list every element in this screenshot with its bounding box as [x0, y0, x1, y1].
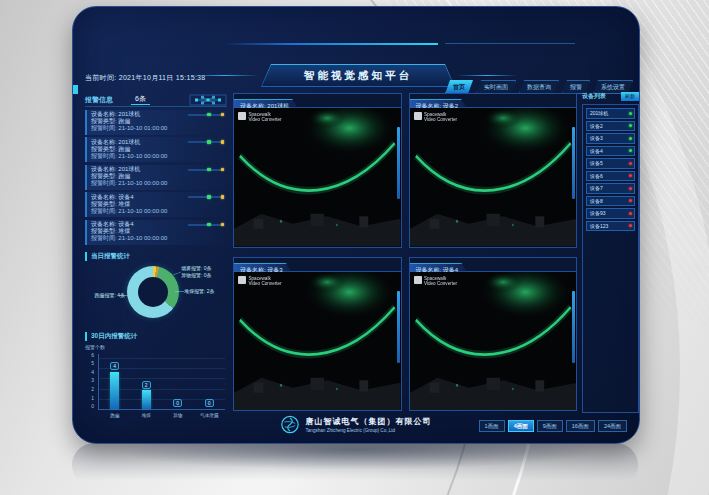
bar	[142, 390, 151, 408]
monitor-screen: 当前时间: 2021年10月11日 15:15:38 智能视觉感知平台 首页 实…	[72, 6, 640, 444]
device-name: 设备2	[590, 123, 603, 129]
device-list-item[interactable]: 设备8	[586, 196, 635, 207]
nav-button[interactable]: 首页	[445, 80, 473, 94]
alarm-level-indicator	[188, 224, 224, 226]
device-name: 设备8	[590, 198, 603, 204]
device-list-item[interactable]: 设备123	[586, 221, 635, 232]
alarm-type: 报警类型: 堆煤	[91, 201, 223, 208]
channel-button[interactable]: 16画面	[566, 420, 595, 432]
channel-button[interactable]: 4画面	[508, 420, 534, 432]
video-feed[interactable]: Spacewalk Video Converter	[234, 272, 401, 411]
device-list-item[interactable]: 201球机	[586, 108, 635, 119]
device-name: 设备123	[590, 223, 608, 229]
video-feed[interactable]: Spacewalk Video Converter	[410, 108, 577, 247]
device-list-title: 设备列表	[582, 92, 606, 101]
donut-label-orange: 异物报警: 0条	[181, 272, 212, 278]
device-name: 201球机	[590, 110, 608, 116]
video-watermark: Spacewalk Video Converter	[238, 276, 282, 287]
video-panel[interactable]: 设备名称: 设备2	[409, 93, 578, 248]
alarm-time: 报警时间: 21-10-10 00:00:00	[91, 180, 223, 187]
header-deco-line	[445, 43, 575, 44]
alarm-level-indicator	[188, 169, 224, 171]
watermark-line2: Video Converter	[249, 117, 282, 122]
company-name-en: Tangshan Zhicheng Electric (Group) Co.,L…	[306, 428, 432, 433]
bar-category-label: 跑偏	[110, 413, 119, 418]
alarm-item[interactable]: 设备名称: 设备4 报警类型: 堆煤 报警时间: 21-10-10 00:00:…	[85, 192, 227, 217]
alarm-list: 设备名称: 201球机 报警类型: 跑偏 报警时间: 21-10-10 01:0…	[85, 110, 227, 245]
y-tick: 4	[85, 369, 94, 375]
video-panel[interactable]: 设备名称: 201球机	[233, 93, 402, 248]
channel-button[interactable]: 24画面	[598, 420, 627, 432]
channel-button[interactable]: 9画面	[537, 420, 563, 432]
device-list-item[interactable]: 设备93	[586, 208, 635, 219]
y-tick: 1	[85, 395, 94, 401]
video-feed[interactable]: Spacewalk Video Converter	[234, 108, 401, 247]
device-list-item[interactable]: 设备5	[586, 158, 635, 169]
alarm-item[interactable]: 设备名称: 201球机 报警类型: 跑偏 报警时间: 21-10-10 00:0…	[85, 137, 227, 162]
watermark-logo	[414, 112, 422, 120]
page-title: 智能视觉感知平台	[262, 65, 454, 86]
bar-column: 0 异物	[167, 354, 189, 409]
video-frame-graphic	[410, 108, 577, 247]
device-list-item[interactable]: 设备2	[586, 121, 635, 132]
video-scrollbar[interactable]	[572, 127, 575, 199]
alarm-time: 报警时间: 21-10-10 00:00:00	[91, 235, 223, 242]
device-name: 设备4	[590, 148, 603, 154]
alarm-level-yellow-dot	[221, 223, 225, 227]
alarm-item[interactable]: 设备名称: 设备4 报警类型: 堆煤 报警时间: 21-10-10 00:00:…	[85, 220, 227, 245]
donut-leader-line	[173, 271, 181, 275]
video-panel-header: 设备名称: 201球机	[234, 94, 401, 108]
video-frame-graphic	[410, 272, 577, 411]
device-list-item[interactable]: 设备6	[586, 171, 635, 182]
video-scrollbar[interactable]	[397, 291, 400, 363]
bar-column: 0 气体泄漏	[198, 354, 220, 409]
alarm-level-indicator	[188, 114, 224, 116]
device-name: 设备3	[590, 135, 603, 141]
alarm-item[interactable]: 设备名称: 201球机 报警类型: 跑偏 报警时间: 21-10-10 00:0…	[85, 165, 227, 190]
donut-label-green: 堆煤报警: 2条	[184, 288, 215, 294]
video-watermark: Spacewalk Video Converter	[414, 276, 458, 287]
video-panel-header: 设备名称: 设备3	[234, 258, 401, 272]
video-panel[interactable]: 设备名称: 设备3	[233, 257, 402, 412]
bar-category-label: 堆煤	[142, 413, 151, 418]
video-grid: 设备名称: 201球机	[233, 93, 577, 411]
watermark-logo	[238, 276, 246, 284]
nav-button[interactable]: 实时画面	[476, 80, 516, 94]
device-name: 设备5	[590, 160, 603, 166]
video-scrollbar[interactable]	[397, 127, 400, 199]
video-panel[interactable]: 设备名称: 设备4	[409, 257, 578, 412]
bar-value-bubble: 2	[142, 381, 151, 389]
video-watermark: Spacewalk Video Converter	[414, 112, 458, 123]
bar-plot-area: 4 跑偏 2 堆煤 0	[98, 354, 225, 410]
alarm-level-yellow-dot	[221, 195, 225, 199]
device-status-dot	[629, 112, 632, 115]
device-refresh-button[interactable]: 刷新	[621, 92, 639, 101]
alarm-level-green-dot	[207, 140, 211, 144]
device-status-dot	[629, 199, 632, 202]
device-status-dot	[629, 162, 632, 165]
channel-button[interactable]: 1画面	[479, 420, 505, 432]
watermark-line2: Video Converter	[249, 281, 282, 286]
nav-button[interactable]: 数据查询	[519, 80, 559, 94]
video-scrollbar[interactable]	[572, 291, 575, 363]
page-background: 当前时间: 2021年10月11日 15:15:38 智能视觉感知平台 首页 实…	[0, 0, 709, 495]
video-panel-header: 设备名称: 设备4	[410, 258, 577, 272]
company-name-cn: 唐山智诚电气（集团）有限公司	[306, 416, 432, 427]
alarm-item[interactable]: 设备名称: 201球机 报警类型: 跑偏 报警时间: 21-10-10 01:0…	[85, 110, 227, 135]
bar-value-bubble: 4	[110, 362, 119, 370]
topology-icon	[189, 94, 227, 106]
current-time: 当前时间: 2021年10月11日 15:15:38	[85, 73, 206, 83]
device-list-item[interactable]: 设备4	[586, 146, 635, 157]
video-feed[interactable]: Spacewalk Video Converter	[410, 272, 577, 411]
watermark-logo	[414, 276, 422, 284]
device-name: 设备7	[590, 185, 603, 191]
title-wing-line	[457, 75, 517, 76]
device-list-item[interactable]: 设备3	[586, 133, 635, 144]
device-list-item[interactable]: 设备7	[586, 183, 635, 194]
device-status-dot	[629, 149, 632, 152]
device-name: 设备93	[590, 210, 606, 216]
y-tick: 2	[85, 386, 94, 392]
y-axis-label: 报警个数	[85, 344, 105, 350]
alarm-level-green-dot	[207, 195, 211, 199]
y-tick: 6	[85, 352, 94, 358]
